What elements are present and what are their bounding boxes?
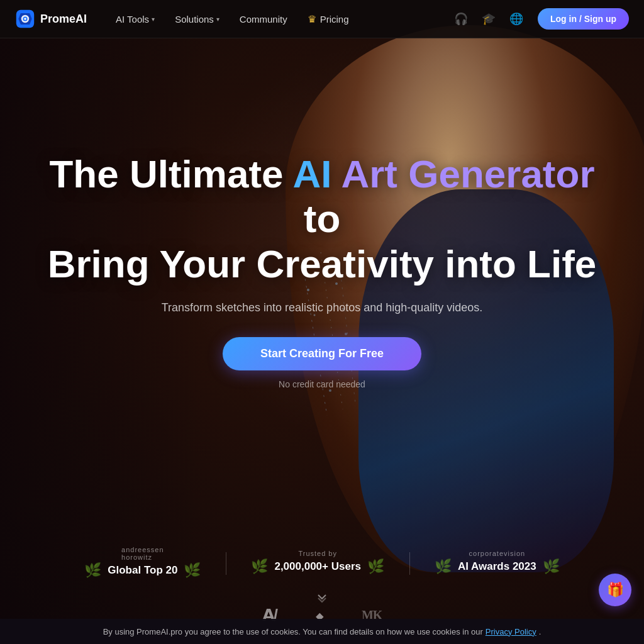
globe-icon: 🌐 xyxy=(509,12,523,26)
award-laurel-1: 🌿 Global Top 20 🌿 xyxy=(84,562,201,579)
hero-content: The Ultimate AI Art Generator to Bring Y… xyxy=(0,38,644,389)
title-part1: The Ultimate xyxy=(49,152,292,196)
headphones-button[interactable]: 🎧 xyxy=(450,8,472,30)
award-laurel-2: 🌿 2,000,000+ Users 🌿 xyxy=(251,558,384,575)
nav-item-community[interactable]: Community xyxy=(231,9,296,30)
education-button[interactable]: 🎓 xyxy=(477,8,500,30)
start-creating-button[interactable]: Start Creating For Free xyxy=(223,337,421,370)
logo-text: PromeAI xyxy=(40,13,87,26)
cookie-text: By using PromeAI.pro you agree to the us… xyxy=(103,627,483,636)
award-item-a16z: andreessenhorowitz 🌿 Global Top 20 🌿 xyxy=(59,546,226,581)
language-button[interactable]: 🌐 xyxy=(505,8,528,30)
award-laurel-3: 🌿 AI Awards 2023 🌿 xyxy=(435,558,560,575)
chevron-down-icon: ▾ xyxy=(152,16,155,23)
no-credit-text: No credit card needed xyxy=(279,379,365,389)
navigation: PromeAI AI Tools ▾ Solutions ▾ Community… xyxy=(0,0,644,38)
gift-icon: 🎁 xyxy=(607,582,624,598)
gift-button[interactable]: 🎁 xyxy=(599,574,631,606)
chevron-down-icon: ▾ xyxy=(216,16,219,23)
svg-point-4 xyxy=(24,18,26,20)
cookie-bar: By using PromeAI.pro you agree to the us… xyxy=(0,619,644,644)
nav-links: AI Tools ▾ Solutions ▾ Community ♛ Prici… xyxy=(107,8,450,30)
nav-icon-group: 🎧 🎓 🌐 Log in / Sign up xyxy=(450,8,629,30)
logo-link[interactable]: PromeAI xyxy=(15,9,87,29)
award-label-trusted: Trusted by xyxy=(298,550,337,557)
laurel-right-icon-2: 🌿 xyxy=(367,558,384,575)
award-logo-a16z: andreessenhorowitz xyxy=(121,546,164,561)
privacy-policy-link[interactable]: Privacy Policy xyxy=(486,627,536,636)
cookie-period: . xyxy=(539,627,541,636)
award-item-corporate: corporatevision 🌿 AI Awards 2023 🌿 xyxy=(409,550,585,577)
crown-icon: ♛ xyxy=(308,13,316,25)
award-main-text-3: AI Awards 2023 xyxy=(458,560,536,573)
laurel-left-icon-2: 🌿 xyxy=(251,558,268,575)
award-main-text-2: 2,000,000+ Users xyxy=(274,560,361,573)
title-line2: Bring Your Creativity into Life xyxy=(48,242,597,286)
laurel-right-icon: 🌿 xyxy=(184,562,201,579)
award-logo-corporate: corporatevision xyxy=(469,550,526,557)
laurel-right-icon-3: 🌿 xyxy=(543,558,560,575)
nav-item-pricing[interactable]: ♛ Pricing xyxy=(299,8,358,30)
title-highlight-generator: Art Generator xyxy=(341,152,594,196)
hero-title: The Ultimate AI Art Generator to Bring Y… xyxy=(33,152,611,286)
graduation-icon: 🎓 xyxy=(482,12,496,26)
headphones-icon: 🎧 xyxy=(454,12,468,26)
nav-item-ai-tools[interactable]: AI Tools ▾ xyxy=(107,9,164,30)
title-part3: to xyxy=(304,197,341,240)
hero-subtitle: Transform sketches into realistic photos… xyxy=(162,301,483,314)
title-highlight-ai: AI xyxy=(292,152,331,196)
award-main-text-1: Global Top 20 xyxy=(108,564,177,577)
scroll-indicator xyxy=(314,589,330,608)
title-part2 xyxy=(331,152,341,196)
award-item-users: Trusted by 🌿 2,000,000+ Users 🌿 xyxy=(226,550,409,577)
awards-row: andreessenhorowitz 🌿 Global Top 20 🌿 Tru… xyxy=(0,546,644,581)
login-signup-button[interactable]: Log in / Sign up xyxy=(538,8,629,30)
nav-item-solutions[interactable]: Solutions ▾ xyxy=(166,9,228,30)
logo-icon xyxy=(15,9,35,29)
laurel-left-icon-3: 🌿 xyxy=(435,558,452,575)
laurel-left-icon: 🌿 xyxy=(84,562,101,579)
